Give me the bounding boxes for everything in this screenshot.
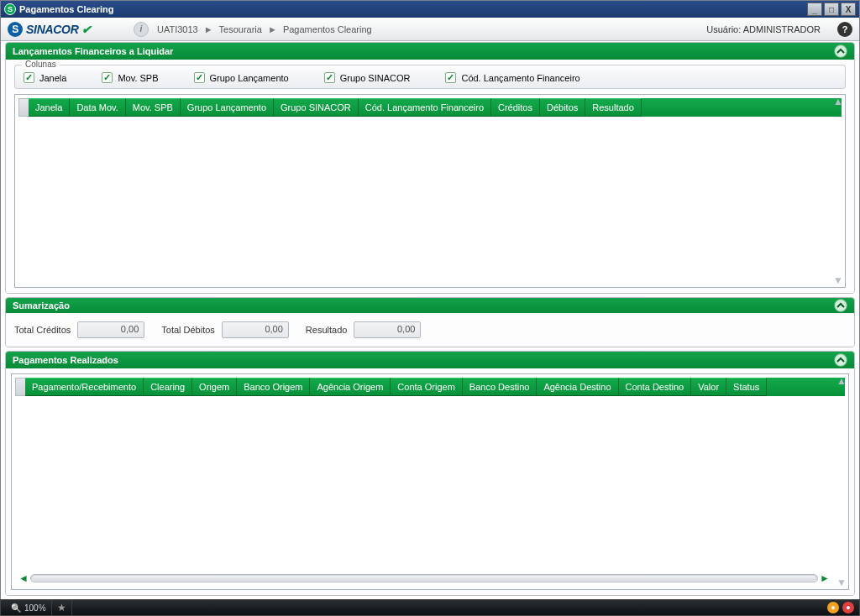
summary-row: Total Créditos 0,00 Total Débitos 0,00 R… (14, 318, 846, 342)
panel-lancamentos-title: Lançamentos Financeiros a Liquidar (13, 46, 834, 56)
col-janela[interactable]: Janela (29, 98, 70, 117)
collapse-button[interactable] (834, 44, 847, 58)
col-cod-lancamento[interactable]: Cód. Lançamento Financeiro (359, 98, 491, 117)
logo-swoosh-icon: ✔ (81, 23, 92, 36)
logo-text: SINACOR (26, 23, 78, 36)
checkbox-grupo-sinacor[interactable]: Grupo SINACOR (324, 72, 411, 83)
col-agencia-origem[interactable]: Agência Origem (310, 378, 391, 396)
col-pagamento-recebimento[interactable]: Pagamento/Recebimento (25, 378, 144, 396)
user-label: Usuário: ADMINISTRADOR (706, 24, 821, 34)
col-data-mov[interactable]: Data Mov. (70, 98, 125, 117)
vertical-scrollbar[interactable]: ▲ ▼ (836, 376, 847, 587)
notification-icon[interactable]: ● (827, 602, 839, 613)
panel-pagamentos-body: Pagamento/Recebimento Clearing Origem Ba… (6, 368, 854, 595)
col-grupo-lancamento[interactable]: Grupo Lançamento (181, 98, 274, 117)
info-icon[interactable]: i (134, 22, 149, 37)
checkbox-janela[interactable]: Janela (24, 72, 66, 83)
col-status[interactable]: Status (726, 378, 767, 396)
zoom-control[interactable]: 100% (6, 600, 52, 615)
summary-resultado: Resultado 0,00 (306, 321, 422, 338)
checkbox-icon (324, 72, 335, 83)
breadcrumb: UATI3013 ► Tesouraria ► Pagamentos Clear… (157, 24, 706, 34)
breadcrumb-item-1[interactable]: Tesouraria (219, 24, 262, 34)
favorite-button[interactable]: ★ (52, 600, 72, 615)
minimize-button[interactable]: _ (807, 3, 822, 16)
col-conta-destino[interactable]: Conta Destino (619, 378, 692, 396)
scroll-up-icon[interactable]: ▲ (836, 376, 847, 386)
breadcrumb-sep-icon: ► (268, 24, 277, 34)
panel-lancamentos: Lançamentos Financeiros a Liquidar Colun… (5, 42, 855, 294)
col-banco-destino[interactable]: Banco Destino (463, 378, 538, 396)
col-clearing[interactable]: Clearing (144, 378, 192, 396)
window-title: Pagamentos Clearing (19, 4, 807, 14)
alert-icon[interactable]: ● (842, 602, 854, 613)
zoom-value: 100% (24, 603, 46, 613)
collapse-button[interactable] (834, 353, 847, 367)
zoom-icon (11, 603, 21, 613)
scroll-down-icon[interactable]: ▼ (832, 275, 844, 285)
close-button[interactable]: X (841, 3, 856, 16)
user-name: ADMINISTRADOR (743, 24, 821, 34)
panel-pagamentos: Pagamentos Realizados Pagamento/Recebime… (5, 351, 855, 596)
col-valor[interactable]: Valor (691, 378, 726, 396)
grid-lancamentos[interactable]: Janela Data Mov. Mov. SPB Grupo Lançamen… (14, 94, 846, 288)
resultado-field: 0,00 (354, 321, 421, 338)
grid-corner[interactable] (18, 98, 29, 117)
breadcrumb-item-2[interactable]: Pagamentos Clearing (283, 24, 372, 34)
total-creditos-field: 0,00 (77, 321, 144, 338)
status-right: ● ● (827, 602, 854, 613)
col-origem[interactable]: Origem (192, 378, 237, 396)
logo-icon: S (8, 22, 23, 37)
checkbox-icon (24, 72, 34, 83)
scroll-thumb[interactable] (33, 576, 815, 581)
checkbox-mov-spb[interactable]: Mov. SPB (102, 72, 158, 83)
header-bar: S SINACOR ✔ i UATI3013 ► Tesouraria ► Pa… (1, 18, 859, 41)
panel-sumarizacao: Sumarização Total Créditos 0,00 Total Dé… (5, 297, 855, 347)
grid-corner[interactable] (15, 378, 25, 396)
panel-sumarizacao-title: Sumarização (13, 300, 834, 311)
checkbox-icon (102, 72, 113, 83)
panel-pagamentos-title: Pagamentos Realizados (13, 355, 834, 365)
checkbox-icon (194, 72, 205, 83)
vertical-scrollbar[interactable]: ▲ ▼ (832, 97, 844, 285)
total-debitos-label: Total Débitos (161, 325, 215, 335)
help-icon[interactable]: ? (837, 22, 852, 37)
logo: S SINACOR ✔ (8, 22, 134, 37)
col-creditos[interactable]: Créditos (491, 98, 540, 117)
col-banco-origem[interactable]: Banco Origem (237, 378, 310, 396)
star-icon: ★ (57, 602, 66, 613)
total-creditos-label: Total Créditos (14, 325, 71, 335)
col-agencia-destino[interactable]: Agência Destino (537, 378, 618, 396)
col-resultado[interactable]: Resultado (585, 98, 642, 117)
total-debitos-field: 0,00 (222, 321, 289, 338)
panel-lancamentos-body: Colunas Janela Mov. SPB Grupo Lançamento… (6, 60, 854, 293)
colunas-legend: Colunas (22, 60, 60, 69)
scroll-left-icon[interactable]: ◄ (17, 572, 30, 584)
scroll-track[interactable] (30, 574, 818, 582)
scroll-right-icon[interactable]: ► (818, 572, 831, 584)
col-conta-origem[interactable]: Conta Origem (391, 378, 462, 396)
window-controls: _ □ X (807, 3, 856, 16)
panel-lancamentos-header: Lançamentos Financeiros a Liquidar (6, 43, 854, 60)
grid-lancamentos-header: Janela Data Mov. Mov. SPB Grupo Lançamen… (18, 98, 842, 117)
app-icon: S (4, 3, 16, 15)
col-mov-spb[interactable]: Mov. SPB (126, 98, 181, 117)
resultado-label: Resultado (306, 325, 348, 335)
scroll-up-icon[interactable]: ▲ (832, 97, 844, 107)
col-debitos[interactable]: Débitos (540, 98, 585, 117)
col-grupo-sinacor[interactable]: Grupo SINACOR (274, 98, 359, 117)
content-area: Lançamentos Financeiros a Liquidar Colun… (2, 40, 858, 598)
breadcrumb-sep-icon: ► (204, 24, 213, 34)
checkbox-row: Janela Mov. SPB Grupo Lançamento Grupo S… (24, 72, 836, 83)
grid-pagamentos[interactable]: Pagamento/Recebimento Clearing Origem Ba… (11, 373, 849, 590)
breadcrumb-item-0[interactable]: UATI3013 (157, 24, 198, 34)
scroll-down-icon[interactable]: ▼ (836, 577, 847, 587)
horizontal-scrollbar[interactable]: ◄ ► (17, 572, 831, 584)
maximize-button[interactable]: □ (824, 3, 839, 16)
panel-pagamentos-header: Pagamentos Realizados (6, 352, 854, 368)
checkbox-grupo-lancamento[interactable]: Grupo Lançamento (194, 72, 289, 83)
summary-total-creditos: Total Créditos 0,00 (14, 321, 144, 338)
panel-sumarizacao-header: Sumarização (6, 298, 854, 313)
collapse-button[interactable] (834, 299, 847, 312)
checkbox-cod-lancamento[interactable]: Cód. Lançamento Financeiro (445, 72, 579, 83)
